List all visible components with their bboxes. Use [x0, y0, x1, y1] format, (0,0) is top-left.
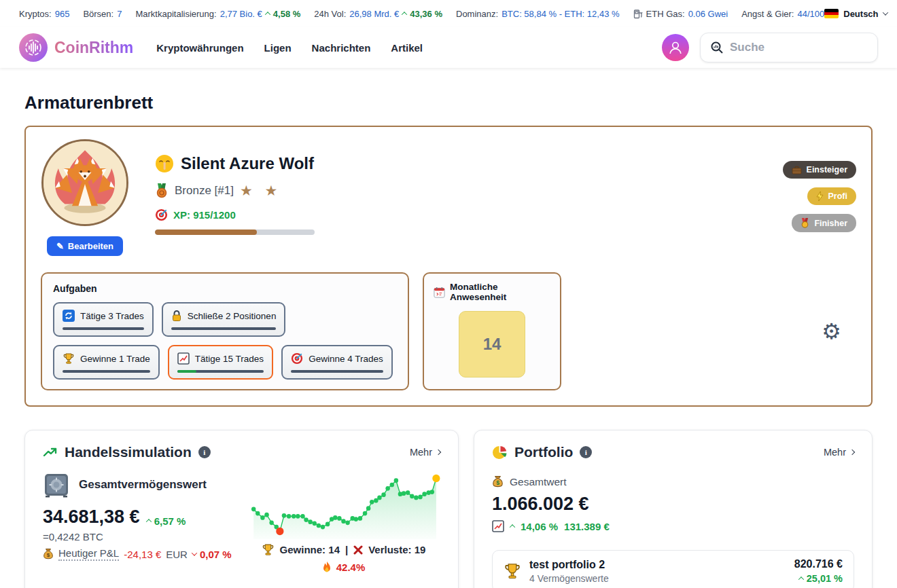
pencil-icon: ✎ — [56, 241, 64, 251]
stat-kryptos: Kryptos: 965 — [19, 9, 69, 19]
stat-vol-value[interactable]: 26,98 Mrd. € — [349, 9, 399, 19]
pnl-value: -24,13 € — [124, 549, 161, 560]
edit-profile-button[interactable]: ✎ Bearbeiten — [47, 236, 123, 256]
calendar-icon — [434, 287, 445, 298]
lock-icon — [171, 310, 182, 322]
cross-mark-icon — [353, 545, 363, 555]
chart-increasing-icon — [177, 352, 190, 365]
trophy-icon — [262, 543, 275, 556]
info-icon[interactable]: i — [580, 446, 592, 458]
nav-item-ligen[interactable]: Ligen — [264, 42, 292, 54]
briefcase-icon — [792, 166, 802, 174]
trophy-icon — [504, 562, 521, 580]
market-stats: Kryptos: 965 Börsen: 7 Marktkapitalisier… — [19, 9, 824, 19]
caret-up-icon — [510, 524, 515, 530]
stat-marktkap-value[interactable]: 2,77 Bio. € — [220, 9, 262, 19]
badge-profi: Profi — [807, 187, 856, 205]
win-rate: 42.4% — [336, 562, 366, 573]
chevron-right-icon — [849, 449, 855, 455]
tab-auftragshistorie[interactable]: Auftragshistorie — [157, 585, 244, 588]
stat-boersen: Börsen: 7 — [83, 9, 122, 19]
xp-progress-bar — [155, 229, 315, 235]
profile-badges: Einsteiger Profi Finisher — [783, 139, 856, 256]
task-taetige-3-trades[interactable]: Tätige 3 Trades — [53, 302, 154, 337]
nav-item-kryptowaehrungen[interactable]: Kryptowährungen — [156, 42, 243, 54]
badge-finisher: Finisher — [792, 214, 856, 232]
tasks-panel: Aufgaben Tätige 3 Trades — [41, 272, 409, 390]
german-flag-icon — [824, 9, 839, 18]
stat-boersen-value[interactable]: 7 — [117, 9, 122, 19]
task-taetige-15-trades[interactable]: Tätige 15 Trades — [168, 345, 273, 380]
tab-offene-auftraege[interactable]: Offene Aufträge — [48, 585, 133, 588]
trading-total-value: 34.681,38 € — [43, 507, 140, 528]
language-select[interactable]: Deutsch — [824, 9, 887, 19]
lightning-icon — [816, 191, 824, 201]
nav-item-nachrichten[interactable]: Nachrichten — [312, 42, 371, 54]
dashboard-main: Armaturenbrett — [0, 92, 897, 588]
portfolio-change-percent: 14,06 % — [521, 521, 558, 532]
portfolio-item-row[interactable]: test portfolio 2 4 Vermögenswerte 820.71… — [492, 550, 854, 588]
money-bag-icon: $ — [492, 475, 504, 488]
portfolio-total-value: 1.066.002 € — [492, 494, 854, 515]
task-gewinne-4-trades[interactable]: Gewinne 4 Trades — [281, 345, 393, 380]
portfolio-item-assets: 4 Vermögenswerte — [529, 573, 609, 584]
language-label: Deutsch — [843, 9, 878, 19]
profile-rank-label: Bronze [#1] — [175, 184, 234, 198]
info-icon[interactable]: i — [198, 446, 211, 458]
profile-name: Silent Azure Wolf — [181, 154, 314, 173]
stat-dominanz: Dominanz: BTC: 58,84 % - ETH: 12,43 % — [456, 9, 620, 19]
shushing-face-icon — [155, 154, 174, 173]
portfolio-total-label: Gesamtwert — [510, 476, 567, 488]
nav-right — [662, 33, 878, 62]
pie-chart-icon — [492, 445, 508, 460]
stat-fear-greed-value[interactable]: 44/100 — [797, 9, 824, 19]
search-box — [700, 33, 878, 62]
profile-avatar-fox[interactable] — [41, 139, 128, 226]
trending-up-icon — [43, 446, 58, 458]
nav-item-artikel[interactable]: Artikel — [391, 42, 423, 54]
user-avatar[interactable] — [662, 34, 689, 61]
btc-equivalent: =0,4242 BTC — [43, 531, 247, 543]
task-schliesse-2-positionen[interactable]: Schließe 2 Positionen — [162, 302, 286, 337]
trading-total-label: Gesamtvermögenswert — [79, 478, 207, 492]
portfolio-more-link[interactable]: Mehr — [824, 447, 854, 458]
svg-text:$: $ — [496, 479, 499, 486]
stat-gas-value[interactable]: 0.06 Gwei — [688, 9, 728, 19]
trading-simulation-card: Handelssimulation i Mehr — [24, 430, 459, 588]
trading-change-percent: 6,57 % — [154, 515, 186, 527]
trading-more-link[interactable]: Mehr — [410, 447, 440, 458]
settings-gear-icon[interactable]: ⚙ — [822, 320, 841, 342]
stat-angst-gier: Angst & Gier: 44/100 — [741, 9, 824, 19]
brand-logo-link[interactable]: CoinRithm — [19, 33, 133, 62]
main-navbar: CoinRithm Kryptowährungen Ligen Nachrich… — [0, 27, 897, 68]
chevron-right-icon — [436, 449, 441, 455]
stat-kryptos-value[interactable]: 965 — [55, 9, 70, 19]
caret-down-icon — [192, 550, 197, 555]
caret-up-icon — [798, 576, 804, 582]
search-icon — [710, 41, 724, 54]
stat-marktkapitalisierung: Marktkapitalisierung: 2,77 Bio. € 4,58 % — [135, 9, 300, 19]
caret-up-icon — [145, 519, 151, 524]
target-icon — [155, 208, 168, 221]
pnl-label[interactable]: Heutiger P&L — [58, 547, 119, 561]
portfolio-title: Portfolio — [514, 444, 573, 460]
portfolio-item-name: test portfolio 2 — [529, 559, 609, 571]
stat-eth-gas: ETH Gas: 0.06 Gwei — [633, 9, 728, 19]
chevron-down-icon — [882, 10, 887, 15]
page-title: Armaturenbrett — [24, 92, 873, 113]
xp-label: XP: 915/1200 — [173, 209, 236, 221]
attendance-day-tile: 14 — [459, 311, 525, 378]
money-bag-icon: $ — [43, 548, 54, 560]
task-gewinne-1-trade[interactable]: Gewinne 1 Trade — [53, 345, 160, 380]
trophy-icon — [63, 352, 75, 365]
search-input[interactable] — [730, 41, 868, 54]
brand-name: CoinRithm — [54, 39, 133, 57]
medal-icon — [801, 218, 809, 228]
svg-text:$: $ — [47, 552, 50, 558]
profile-top: ✎ Bearbeiten Silent Azure Wolf — [41, 139, 856, 256]
coinrithm-logo-icon — [19, 33, 48, 62]
sync-icon — [63, 310, 75, 322]
stat-dominanz-value[interactable]: BTC: 58,84 % - ETH: 12,43 % — [502, 9, 619, 19]
nav-links: Kryptowährungen Ligen Nachrichten Artike… — [156, 42, 423, 54]
trading-title: Handelssimulation — [65, 444, 192, 460]
